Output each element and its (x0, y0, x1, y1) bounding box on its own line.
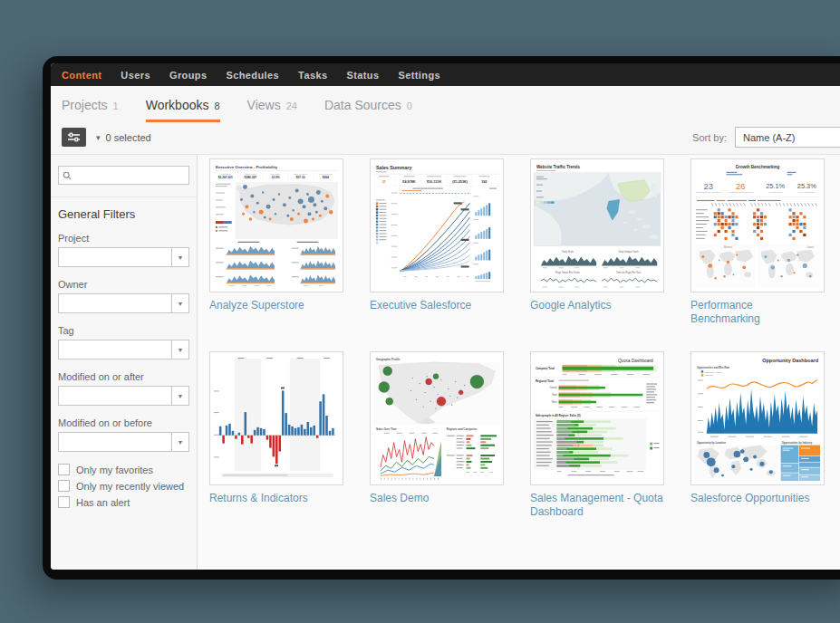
tab-data-sources[interactable]: Data Sources0 (324, 98, 412, 120)
sort-by-label: Sort by: (692, 132, 727, 143)
workbook-thumbnail[interactable]: Website Traffic Trends (530, 158, 664, 292)
workbook-thumbnail[interactable]: Sales Summary 31 $4,978K $10,131K ($1,25… (370, 158, 504, 292)
workbook-grid: Executive Overview - Profitability Total… (209, 158, 840, 519)
workbook-thumbnail[interactable]: Quota Dashboard Company Total Regional T… (530, 351, 664, 485)
region-label: Central (549, 386, 557, 389)
filter-label-tag: Tag (58, 325, 189, 336)
thumb-title: Website Traffic Trends (536, 165, 581, 169)
tab-label: Workbooks (146, 98, 209, 112)
modified-before-select[interactable]: ▼ (58, 432, 189, 452)
selection-caret-down-icon[interactable]: ▾ (96, 133, 101, 142)
nav-item-tasks[interactable]: Tasks (298, 70, 327, 81)
has-alert-checkbox-row[interactable]: Has an alert (58, 496, 189, 508)
panel-title: Page Views Per Visitor (555, 271, 580, 274)
checkbox-icon[interactable] (58, 480, 70, 492)
nav-item-status[interactable]: Status (346, 70, 379, 81)
filter-label-modified-after: Modified on or after (58, 371, 189, 382)
tab-workbooks[interactable]: Workbooks8 (146, 98, 220, 122)
kpi-value: 31 (382, 180, 386, 184)
legend-label: Opportunity Amount (705, 371, 722, 373)
search-input[interactable] (58, 166, 189, 185)
workbook-title-link[interactable]: Executive Salesforce (370, 299, 504, 312)
kpi-value: $264 (323, 176, 329, 179)
checkbox-icon[interactable] (58, 496, 70, 508)
section-title: Salespeople in All Region: Sales ($) (536, 414, 581, 417)
kpi-label: of Competitors Grew More than Us (695, 191, 721, 193)
legend-label: Win Rate (705, 374, 714, 376)
panel-title: Opportunities by Industry (782, 441, 813, 445)
workbook-card: Website Traffic Trends (530, 158, 664, 326)
tab-count: 1 (113, 101, 119, 111)
checkbox-group: Only my favorites Only my recently viewe… (58, 464, 189, 508)
panel-title: Sales Over Time (376, 427, 397, 431)
chevron-down-icon: ▼ (171, 340, 188, 359)
workbook-title-link[interactable]: Returns & Indicators (209, 492, 343, 505)
panel-title: Opportunity by Location (697, 441, 726, 445)
workbook-thumbnail[interactable] (209, 351, 343, 485)
kpi-value: 23 (704, 182, 713, 191)
project-select[interactable]: ▼ (58, 247, 189, 267)
map-label: Winners (724, 245, 733, 249)
recently-viewed-checkbox-row[interactable]: Only my recently viewed (58, 480, 189, 492)
tab-views[interactable]: Views24 (247, 98, 297, 120)
kpi-value: $57.10 (296, 176, 305, 179)
workbook-title-link[interactable]: Sales Management - Quota Dashboard (530, 492, 664, 519)
region-label: West (552, 400, 557, 404)
kpi-label: Profit per Order (294, 173, 308, 175)
nav-item-content[interactable]: Content (62, 70, 101, 81)
tab-count: 8 (214, 101, 219, 111)
workbook-thumbnail[interactable]: Opportunity Dashboard Opportunities and … (690, 351, 825, 485)
workbook-title-link[interactable]: Analyze Superstore (209, 299, 343, 312)
nav-item-groups[interactable]: Groups (169, 70, 208, 81)
chevron-down-icon: ▼ (171, 294, 188, 312)
kpi-label: Our PY Market Share (798, 191, 815, 193)
nav-item-users[interactable]: Users (121, 70, 150, 81)
thumb-title: Growth Benchmarking (736, 165, 780, 169)
region-label: East (553, 393, 557, 397)
sort-control: Sort by: Name (A-Z) (692, 127, 840, 148)
workbook-thumbnail[interactable]: Growth Benchmarking 23 26 25.1% 25.3% of… (690, 158, 825, 292)
workbook-card: Quota Dashboard Company Total Regional T… (530, 351, 664, 519)
kpi-value: $2,297,201 (218, 176, 233, 179)
window-content: Content Users Groups Schedules Tasks Sta… (51, 63, 840, 570)
thumb-title: Executive Overview - Profitability (216, 165, 278, 169)
subheader: Projects1 Workbooks8 Views24 Data Source… (51, 86, 840, 154)
filter-label-project: Project (58, 233, 189, 244)
search-icon (63, 171, 72, 180)
thumb-title: Quota Dashboard (618, 359, 653, 363)
kpi-value: 26 (736, 182, 745, 191)
checkbox-label: Has an alert (76, 497, 130, 508)
kpi-label: Profit Ratio (270, 173, 281, 175)
modified-after-select[interactable]: ▼ (58, 386, 189, 406)
workbook-title-link[interactable]: Google Analytics (530, 299, 664, 312)
tag-select[interactable]: ▼ (58, 340, 189, 359)
kpi-value: 25.1% (766, 182, 785, 190)
tab-label: Data Sources (324, 98, 401, 112)
chevron-down-icon: ▼ (171, 387, 188, 405)
kpi-value: $10,131K (427, 180, 441, 184)
map-label: Losers (806, 245, 814, 249)
nav-item-schedules[interactable]: Schedules (226, 70, 279, 81)
sort-select[interactable]: Name (A-Z) (735, 127, 840, 148)
kpi-label: of Competitors Grew Less than Us (728, 191, 753, 193)
filter-toggle-button[interactable] (62, 128, 86, 147)
tab-projects[interactable]: Projects1 (62, 98, 119, 120)
owner-select[interactable]: ▼ (58, 293, 189, 313)
panel-title: Geographic Profile (376, 358, 401, 361)
favorites-checkbox-row[interactable]: Only my favorites (58, 464, 189, 475)
nav-item-settings[interactable]: Settings (398, 70, 440, 81)
panel-title: Opportunities and Win Rate (697, 366, 730, 369)
tab-label: Projects (62, 98, 108, 112)
kpi-value: 192 (481, 180, 487, 184)
kpi-label: Total Sales (220, 173, 231, 175)
workbook-thumbnail[interactable]: Geographic Profile Sales Over Ti (370, 351, 504, 485)
kpi-value: ($1,253K) (452, 180, 468, 184)
workbook-title-link[interactable]: Sales Demo (370, 492, 504, 505)
checkbox-icon[interactable] (58, 464, 70, 475)
workbook-title-link[interactable]: Salesforce Opportunities (690, 492, 825, 505)
workbook-title-link[interactable]: Performance Benchmarking (690, 299, 825, 326)
workbook-thumbnail[interactable]: Executive Overview - Profitability Total… (209, 158, 343, 292)
app-window: Content Users Groups Schedules Tasks Sta… (43, 56, 840, 580)
checkbox-label: Only my recently viewed (76, 481, 184, 492)
panel-title: Daily Unique Visits (618, 250, 639, 254)
